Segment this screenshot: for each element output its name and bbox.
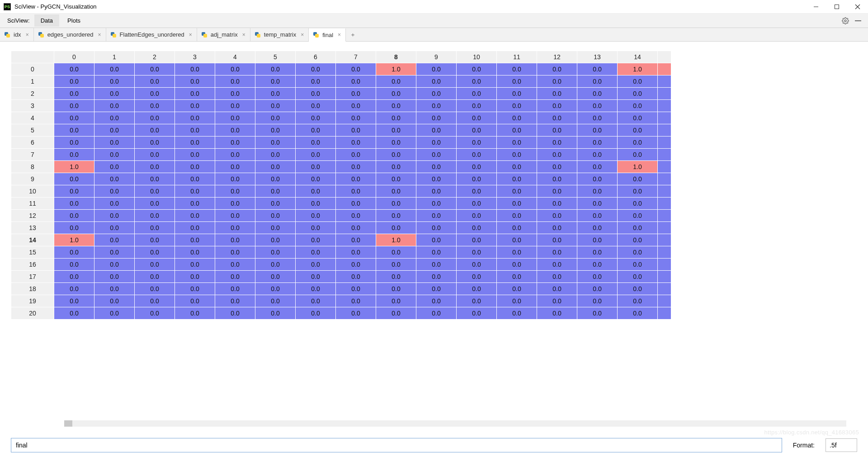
grid-cell[interactable]: 0.0 xyxy=(457,136,497,149)
expression-input[interactable] xyxy=(11,438,782,452)
grid-cell[interactable]: 0.0 xyxy=(376,283,416,295)
grid-cell[interactable]: 0.0 xyxy=(497,124,537,136)
grid-cell[interactable]: 0.0 xyxy=(537,136,577,149)
grid-cell[interactable]: 0.0 xyxy=(175,63,215,75)
format-input[interactable] xyxy=(826,438,857,452)
column-header[interactable]: 10 xyxy=(457,51,497,63)
grid-cell[interactable]: 0.0 xyxy=(376,307,416,320)
grid-cell[interactable]: 0.0 xyxy=(497,307,537,320)
grid-cell[interactable]: 0.0 xyxy=(94,271,135,283)
grid-cell-overflow[interactable] xyxy=(658,198,671,210)
column-header[interactable]: 13 xyxy=(577,51,618,63)
grid-cell[interactable]: 0.0 xyxy=(94,307,135,320)
grid-cell[interactable]: 0.0 xyxy=(54,271,94,283)
grid-cell[interactable]: 0.0 xyxy=(336,173,376,185)
grid-cell[interactable]: 0.0 xyxy=(296,246,336,259)
column-header[interactable]: 1 xyxy=(94,51,135,63)
grid-cell[interactable]: 0.0 xyxy=(537,149,577,161)
grid-cell[interactable]: 0.0 xyxy=(135,283,175,295)
grid-cell[interactable]: 0.0 xyxy=(457,295,497,307)
grid-cell[interactable]: 0.0 xyxy=(296,198,336,210)
grid-cell[interactable]: 0.0 xyxy=(457,283,497,295)
grid-cell[interactable]: 0.0 xyxy=(215,100,255,112)
grid-cell[interactable]: 0.0 xyxy=(618,112,658,124)
grid-cell[interactable]: 0.0 xyxy=(175,185,215,198)
grid-cell[interactable]: 0.0 xyxy=(416,271,457,283)
grid-cell[interactable]: 0.0 xyxy=(175,100,215,112)
grid-cell[interactable]: 0.0 xyxy=(255,222,296,234)
grid-cell[interactable]: 0.0 xyxy=(54,173,94,185)
grid-cell[interactable]: 0.0 xyxy=(416,307,457,320)
maximize-button[interactable] xyxy=(826,0,847,14)
grid-cell[interactable]: 0.0 xyxy=(255,210,296,222)
grid-cell[interactable]: 0.0 xyxy=(175,161,215,173)
grid-cell[interactable]: 0.0 xyxy=(135,198,175,210)
grid-cell[interactable]: 0.0 xyxy=(577,295,618,307)
grid-cell[interactable]: 0.0 xyxy=(457,234,497,246)
grid-cell[interactable]: 0.0 xyxy=(537,246,577,259)
grid-cell[interactable]: 0.0 xyxy=(416,124,457,136)
grid-cell[interactable]: 0.0 xyxy=(296,295,336,307)
grid-cell[interactable]: 0.0 xyxy=(618,283,658,295)
row-header[interactable]: 15 xyxy=(11,246,54,259)
grid-cell[interactable]: 0.0 xyxy=(135,112,175,124)
grid-cell[interactable]: 0.0 xyxy=(94,75,135,88)
grid-cell[interactable]: 0.0 xyxy=(416,295,457,307)
grid-cell[interactable]: 0.0 xyxy=(416,234,457,246)
row-header[interactable]: 5 xyxy=(11,124,54,136)
grid-cell[interactable]: 0.0 xyxy=(296,149,336,161)
grid-cell[interactable]: 0.0 xyxy=(457,173,497,185)
grid-cell[interactable]: 0.0 xyxy=(618,100,658,112)
grid-cell[interactable]: 0.0 xyxy=(497,222,537,234)
grid-cell[interactable]: 0.0 xyxy=(296,307,336,320)
grid-cell[interactable]: 0.0 xyxy=(376,198,416,210)
grid-cell[interactable]: 0.0 xyxy=(577,185,618,198)
close-icon[interactable]: × xyxy=(24,32,29,38)
grid-cell[interactable]: 0.0 xyxy=(457,271,497,283)
grid-cell[interactable]: 0.0 xyxy=(135,136,175,149)
grid-cell[interactable]: 0.0 xyxy=(54,149,94,161)
grid-cell[interactable]: 0.0 xyxy=(577,222,618,234)
grid-cell[interactable]: 0.0 xyxy=(537,307,577,320)
grid-cell[interactable]: 0.0 xyxy=(255,161,296,173)
grid-cell[interactable]: 0.0 xyxy=(336,112,376,124)
row-header[interactable]: 16 xyxy=(11,259,54,271)
grid-cell[interactable]: 0.0 xyxy=(457,307,497,320)
column-header[interactable]: 5 xyxy=(255,51,296,63)
row-header[interactable]: 0 xyxy=(11,63,54,75)
grid-cell[interactable]: 0.0 xyxy=(577,307,618,320)
grid-cell[interactable]: 0.0 xyxy=(54,100,94,112)
grid-cell[interactable]: 0.0 xyxy=(577,149,618,161)
row-header[interactable]: 4 xyxy=(11,112,54,124)
grid-cell-overflow[interactable] xyxy=(658,283,671,295)
grid-cell[interactable]: 0.0 xyxy=(416,75,457,88)
grid-cell[interactable]: 0.0 xyxy=(54,222,94,234)
grid-cell[interactable]: 0.0 xyxy=(94,259,135,271)
column-header[interactable]: 2 xyxy=(135,51,175,63)
grid-cell[interactable]: 0.0 xyxy=(175,112,215,124)
grid-cell[interactable]: 0.0 xyxy=(296,173,336,185)
grid-cell[interactable]: 0.0 xyxy=(175,173,215,185)
grid-cell[interactable]: 0.0 xyxy=(215,112,255,124)
grid-cell[interactable]: 0.0 xyxy=(577,136,618,149)
grid-cell[interactable]: 0.0 xyxy=(497,210,537,222)
grid-cell[interactable]: 0.0 xyxy=(296,75,336,88)
grid-cell[interactable]: 0.0 xyxy=(577,100,618,112)
grid-cell[interactable]: 0.0 xyxy=(537,222,577,234)
grid-cell[interactable]: 0.0 xyxy=(336,271,376,283)
grid-cell-overflow[interactable] xyxy=(658,259,671,271)
grid-cell[interactable]: 0.0 xyxy=(618,246,658,259)
grid-cell[interactable]: 0.0 xyxy=(497,75,537,88)
grid-cell[interactable]: 0.0 xyxy=(457,161,497,173)
grid-cell[interactable]: 0.0 xyxy=(255,75,296,88)
grid-cell[interactable]: 0.0 xyxy=(94,124,135,136)
grid-cell-overflow[interactable] xyxy=(658,100,671,112)
grid-cell[interactable]: 1.0 xyxy=(618,161,658,173)
grid-cell-overflow[interactable] xyxy=(658,234,671,246)
grid-cell[interactable]: 0.0 xyxy=(497,63,537,75)
grid-cell[interactable]: 0.0 xyxy=(94,88,135,100)
grid-cell[interactable]: 0.0 xyxy=(457,124,497,136)
grid-cell[interactable]: 0.0 xyxy=(296,136,336,149)
grid-cell[interactable]: 0.0 xyxy=(94,149,135,161)
minimize-button[interactable] xyxy=(806,0,826,14)
